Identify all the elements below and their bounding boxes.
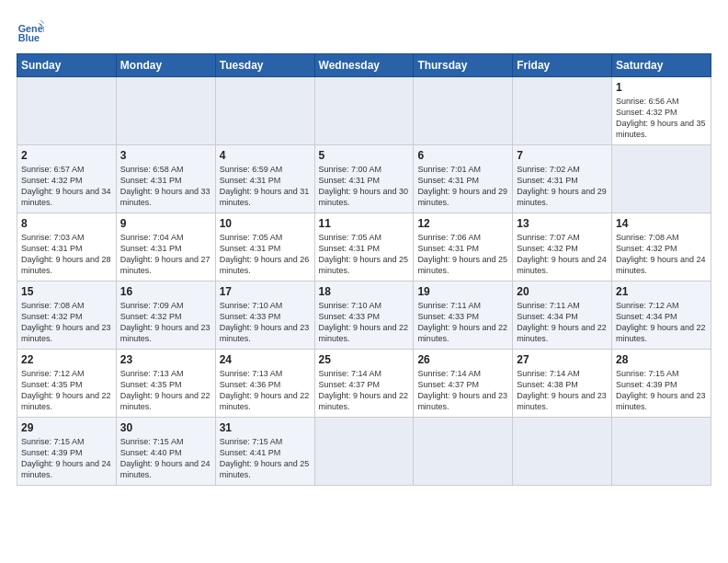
day-info: Sunrise: 7:12 AMSunset: 4:34 PMDaylight:… [616,300,707,345]
day-info: Sunrise: 7:15 AMSunset: 4:39 PMDaylight:… [21,436,112,481]
calendar-cell: 24Sunrise: 7:13 AMSunset: 4:36 PMDayligh… [215,350,314,418]
day-info: Sunrise: 7:15 AMSunset: 4:40 PMDaylight:… [120,436,211,481]
day-info: Sunrise: 7:08 AMSunset: 4:32 PMDaylight:… [616,232,707,277]
day-info: Sunrise: 7:07 AMSunset: 4:32 PMDaylight:… [517,232,608,277]
week-row-3: 8Sunrise: 7:03 AMSunset: 4:31 PMDaylight… [17,213,711,282]
day-info: Sunrise: 7:14 AMSunset: 4:37 PMDaylight:… [319,368,410,413]
calendar-cell: 13Sunrise: 7:07 AMSunset: 4:32 PMDayligh… [513,213,612,282]
header-cell-thursday: Thursday [414,54,513,77]
calendar-cell: 20Sunrise: 7:11 AMSunset: 4:34 PMDayligh… [513,282,612,350]
day-info: Sunrise: 7:05 AMSunset: 4:31 PMDaylight:… [220,232,311,277]
calendar-cell: 26Sunrise: 7:14 AMSunset: 4:37 PMDayligh… [414,350,513,418]
week-row-6: 29Sunrise: 7:15 AMSunset: 4:39 PMDayligh… [17,418,711,486]
calendar-cell: 5Sunrise: 7:00 AMSunset: 4:31 PMDaylight… [314,145,414,213]
logo-icon: General Blue [17,17,44,44]
header-cell-friday: Friday [513,54,612,77]
calendar-cell: 19Sunrise: 7:11 AMSunset: 4:33 PMDayligh… [414,282,513,350]
day-number: 20 [517,285,608,298]
calendar-cell: 31Sunrise: 7:15 AMSunset: 4:41 PMDayligh… [215,418,314,486]
day-info: Sunrise: 7:00 AMSunset: 4:31 PMDaylight:… [319,164,410,209]
week-row-2: 2Sunrise: 6:57 AMSunset: 4:32 PMDaylight… [17,145,711,213]
day-number: 29 [21,421,112,434]
calendar-cell [513,418,612,486]
day-number: 11 [319,217,410,230]
day-info: Sunrise: 7:13 AMSunset: 4:35 PMDaylight:… [120,368,211,413]
calendar-cell: 7Sunrise: 7:02 AMSunset: 4:31 PMDaylight… [513,145,612,213]
calendar-cell [17,77,117,145]
week-row-4: 15Sunrise: 7:08 AMSunset: 4:32 PMDayligh… [17,282,711,350]
day-number: 3 [120,149,211,162]
day-number: 13 [517,217,608,230]
day-number: 22 [21,353,112,366]
day-number: 18 [319,285,410,298]
day-info: Sunrise: 7:08 AMSunset: 4:32 PMDaylight:… [21,300,112,345]
calendar-cell [414,418,513,486]
day-number: 17 [220,285,311,298]
day-number: 9 [120,217,211,230]
day-number: 23 [120,353,211,366]
day-number: 1 [616,81,707,94]
day-number: 10 [220,217,311,230]
day-info: Sunrise: 6:58 AMSunset: 4:31 PMDaylight:… [120,164,211,209]
calendar-cell [612,418,711,486]
calendar-cell: 17Sunrise: 7:10 AMSunset: 4:33 PMDayligh… [215,282,314,350]
day-number: 2 [21,149,112,162]
calendar-cell: 21Sunrise: 7:12 AMSunset: 4:34 PMDayligh… [612,282,711,350]
day-number: 25 [319,353,410,366]
day-info: Sunrise: 6:56 AMSunset: 4:32 PMDaylight:… [616,96,707,141]
calendar-cell [612,145,711,213]
header: General Blue [17,17,711,44]
day-number: 31 [220,421,311,434]
day-info: Sunrise: 6:59 AMSunset: 4:31 PMDaylight:… [220,164,311,209]
calendar-cell: 9Sunrise: 7:04 AMSunset: 4:31 PMDaylight… [116,213,215,282]
day-number: 30 [120,421,211,434]
calendar-cell [314,418,414,486]
day-number: 14 [616,217,707,230]
calendar-cell: 16Sunrise: 7:09 AMSunset: 4:32 PMDayligh… [116,282,215,350]
calendar-cell: 2Sunrise: 6:57 AMSunset: 4:32 PMDaylight… [17,145,117,213]
calendar-cell [414,77,513,145]
calendar-cell [513,77,612,145]
day-number: 16 [120,285,211,298]
page: General Blue SundayMondayTuesdayWednesda… [0,0,728,563]
calendar-cell: 15Sunrise: 7:08 AMSunset: 4:32 PMDayligh… [17,282,117,350]
day-number: 7 [517,149,608,162]
day-info: Sunrise: 7:06 AMSunset: 4:31 PMDaylight:… [417,232,508,277]
day-number: 5 [319,149,410,162]
day-info: Sunrise: 7:10 AMSunset: 4:33 PMDaylight:… [220,300,311,345]
calendar-cell: 3Sunrise: 6:58 AMSunset: 4:31 PMDaylight… [116,145,215,213]
calendar-cell: 12Sunrise: 7:06 AMSunset: 4:31 PMDayligh… [414,213,513,282]
day-number: 15 [21,285,112,298]
header-cell-wednesday: Wednesday [314,54,414,77]
header-cell-saturday: Saturday [612,54,711,77]
calendar-cell: 18Sunrise: 7:10 AMSunset: 4:33 PMDayligh… [314,282,414,350]
calendar-cell: 10Sunrise: 7:05 AMSunset: 4:31 PMDayligh… [215,213,314,282]
day-number: 19 [417,285,508,298]
day-number: 24 [220,353,311,366]
calendar-cell: 22Sunrise: 7:12 AMSunset: 4:35 PMDayligh… [17,350,117,418]
day-info: Sunrise: 7:15 AMSunset: 4:41 PMDaylight:… [220,436,311,481]
day-number: 26 [417,353,508,366]
logo: General Blue [17,17,48,44]
calendar-cell [215,77,314,145]
svg-text:Blue: Blue [18,32,40,43]
calendar-table: SundayMondayTuesdayWednesdayThursdayFrid… [17,53,711,486]
header-cell-monday: Monday [116,54,215,77]
day-info: Sunrise: 7:03 AMSunset: 4:31 PMDaylight:… [21,232,112,277]
header-cell-tuesday: Tuesday [215,54,314,77]
day-number: 28 [616,353,707,366]
calendar-body: 1Sunrise: 6:56 AMSunset: 4:32 PMDaylight… [17,77,711,486]
header-row: SundayMondayTuesdayWednesdayThursdayFrid… [17,54,711,77]
calendar-cell: 23Sunrise: 7:13 AMSunset: 4:35 PMDayligh… [116,350,215,418]
calendar-cell: 1Sunrise: 6:56 AMSunset: 4:32 PMDaylight… [612,77,711,145]
day-info: Sunrise: 7:11 AMSunset: 4:33 PMDaylight:… [417,300,508,345]
calendar-cell [116,77,215,145]
calendar-cell: 4Sunrise: 6:59 AMSunset: 4:31 PMDaylight… [215,145,314,213]
day-info: Sunrise: 7:02 AMSunset: 4:31 PMDaylight:… [517,164,608,209]
calendar-cell: 25Sunrise: 7:14 AMSunset: 4:37 PMDayligh… [314,350,414,418]
day-info: Sunrise: 7:05 AMSunset: 4:31 PMDaylight:… [319,232,410,277]
day-number: 4 [220,149,311,162]
day-info: Sunrise: 7:13 AMSunset: 4:36 PMDaylight:… [220,368,311,413]
calendar-cell: 29Sunrise: 7:15 AMSunset: 4:39 PMDayligh… [17,418,117,486]
calendar-cell: 11Sunrise: 7:05 AMSunset: 4:31 PMDayligh… [314,213,414,282]
